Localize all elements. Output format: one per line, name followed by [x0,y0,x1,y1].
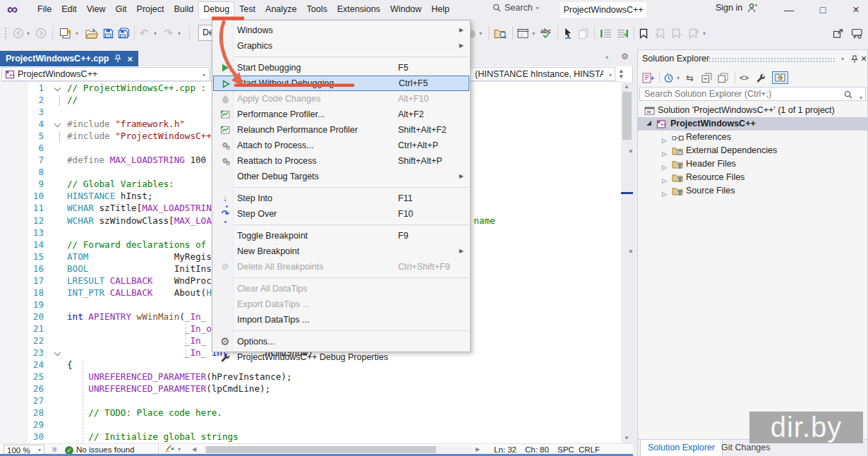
line-ending-indicator[interactable]: CRLF [579,445,600,455]
code-health-indicator[interactable]: ✓No issues found [65,445,134,455]
redo-button[interactable]: ↷ [164,25,173,41]
collapse-all-icon[interactable] [701,71,712,84]
menu-window[interactable]: Window [385,1,426,18]
tree-item-resource-files[interactable]: ▷Resource Files [638,171,867,184]
tree-item-projectwindowsc[interactable]: ++ProjectWindowsC++ [638,117,867,131]
tab-options-gear-icon[interactable]: ⚙ [621,52,629,61]
search-options-dropdown-icon[interactable]: ▾ [860,92,862,104]
menu-build[interactable]: Build [169,1,198,18]
search-icon[interactable] [844,90,852,99]
switch-views-icon[interactable] [642,71,655,84]
view-code-icon[interactable]: <> [740,71,749,84]
menu-item-toggle-breakpoint[interactable]: Toggle BreakpointF9 [213,228,469,244]
sync-with-active-document-button[interactable] [772,71,788,84]
increase-indent-icon[interactable]: ▸ [617,25,629,41]
zoom-level-combo[interactable]: 100 %▾ [4,445,44,455]
active-solution-box[interactable]: ProjectWindowsC++ [560,2,646,18]
decrease-indent-icon[interactable] [600,25,612,41]
menu-help[interactable]: Help [426,1,454,18]
scroll-down-arrow-icon[interactable]: ▼ [624,435,629,441]
tab-solution-explorer[interactable]: Solution Explorer [640,440,723,456]
tab-git-changes[interactable]: Git Changes [721,443,770,452]
sync-icon[interactable]: ⇆ [686,71,694,84]
frame-dropdown[interactable]: ▾ [532,25,535,41]
clear-bookmarks-icon[interactable] [689,25,699,41]
tree-item-source-files[interactable]: ▷Source Files [638,184,867,198]
navigate-back-button[interactable] [13,25,24,41]
menu-item-attach-to-process[interactable]: ⚙⚙Attach to Process...Ctrl+Alt+P [213,138,469,153]
save-button[interactable] [103,25,114,41]
filter-dropdown-icon[interactable]: ▾ [677,71,680,84]
menu-file[interactable]: File [32,1,56,18]
new-project-dropdown[interactable]: ▾ [76,25,78,41]
undo-dropdown[interactable]: ▾ [154,25,157,41]
menu-item-new-breakpoint[interactable]: New Breakpoint▶ [213,244,469,259]
tree-item-references[interactable]: ▷References [638,131,867,144]
toolbar-grip[interactable] [4,27,7,40]
window-position-dropdown-icon[interactable]: ▾ [841,56,844,62]
fold-collapse-icon[interactable] [54,349,61,356]
maximize-button[interactable]: □ [811,0,835,20]
scrollbar-thumb[interactable] [206,446,436,453]
navigate-forward-button[interactable] [35,25,47,41]
fold-collapse-icon[interactable] [54,85,61,92]
previous-bookmark-icon[interactable] [655,25,665,41]
menu-item-start-debugging[interactable]: Start DebuggingF5 [213,60,469,76]
solution-explorer-titlebar[interactable]: Solution Explorer ▾ × [638,50,867,68]
bookmark-icon[interactable] [639,25,648,41]
split-editor-handle[interactable]: ▴▾ [620,68,623,79]
close-button[interactable]: × [844,0,868,20]
menu-item-reattach-to-process[interactable]: ⚙⚙Reattach to ProcessShift+Alt+P [213,153,469,169]
line-indicator[interactable]: Ln: 32 [494,445,517,455]
menu-item-options[interactable]: ⚙Options... [213,334,469,349]
expander-collapsed-icon[interactable]: ▷ [662,188,667,201]
document-tab[interactable]: ProjectWindowsC++.cpp × [0,51,138,66]
live-share-icon[interactable]: ⚛ [51,445,59,455]
tree-item-solution-projectwindowsc-1-of-1-project[interactable]: ∞Solution 'ProjectWindowsC++' (1 of 1 pr… [638,104,867,117]
spaces-indicator[interactable]: SPC [557,445,574,455]
spell-check-icon[interactable]: abc [541,25,553,41]
menu-item-relaunch-performance-profiler[interactable]: Relaunch Performance ProfilerShift+Alt+F… [213,122,469,138]
menu-item-graphics[interactable]: Graphics▶ [213,38,469,54]
navigate-home-icon[interactable]: ⌂ [517,25,529,41]
menu-item-windows[interactable]: Windows▶ [213,23,469,38]
menu-edit[interactable]: Edit [56,1,82,18]
apply-code-changes-dropdown[interactable]: ▾ [479,25,482,41]
scroll-right-arrow-icon[interactable]: ▶ [476,445,480,455]
menu-item-performance-profiler[interactable]: Performance Profiler...Alt+F2 [213,107,469,122]
scroll-up-arrow-icon[interactable]: ▲ [624,83,629,90]
menu-debug[interactable]: Debug [198,1,234,18]
menu-item-step-into[interactable]: ↓Step IntoF11 [213,191,469,206]
duplicate-icon[interactable] [579,25,589,41]
send-feedback-icon[interactable] [851,25,863,41]
vertical-scrollbar[interactable]: ▲ ▼ [621,82,633,443]
tab-list-dropdown-icon[interactable]: ▾ [605,54,608,61]
menu-project[interactable]: Project [132,1,169,18]
pin-icon[interactable] [851,55,858,64]
menu-item-step-over[interactable]: ↷Step OverF10 [213,206,469,222]
project-dropdown[interactable]: ++ ProjectWindowsC++ ▾ [1,67,210,81]
share-icon[interactable] [833,25,844,41]
scroll-left-arrow-icon[interactable]: ◀ [192,445,196,455]
bookmarks-dropdown[interactable]: ▾ [703,25,706,41]
menu-test[interactable]: Test [234,1,260,18]
redo-dropdown[interactable]: ▾ [178,25,181,41]
horizontal-scrollbar[interactable] [203,446,473,453]
menu-item-other-debug-targets[interactable]: Other Debug Targets▶ [213,169,469,184]
sign-in-button[interactable]: Sign in + [716,3,759,13]
menu-extensions[interactable]: Extensions [332,1,385,18]
close-tab-icon[interactable]: × [127,54,133,64]
next-bookmark-icon[interactable] [672,25,682,41]
menu-item-projectwindowsc-debug-properties[interactable]: ProjectWindowsC++ Debug Properties [213,349,469,365]
find-in-files-icon[interactable] [494,25,507,41]
code-cleanup-broom-icon[interactable]: ✱ [164,445,175,455]
menu-analyze[interactable]: Analyze [260,1,301,18]
menu-item-start-without-debugging[interactable]: Start Without DebuggingCtrl+F5 [213,76,469,91]
properties-wrench-icon[interactable] [757,71,766,84]
open-folder-button[interactable] [85,25,99,41]
minimize-button[interactable]: — [777,0,801,20]
tree-item-external-dependencies[interactable]: ▷External Dependencies [638,144,867,157]
show-all-files-icon[interactable] [718,71,728,84]
fold-collapse-icon[interactable] [54,121,61,128]
save-all-button[interactable] [118,25,130,41]
